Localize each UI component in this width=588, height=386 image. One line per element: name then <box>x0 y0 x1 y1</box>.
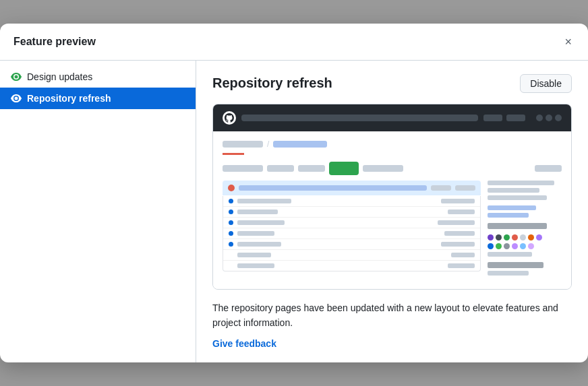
mock-file-row <box>223 196 480 207</box>
mock-tab-underline <box>223 153 244 155</box>
give-feedback-link[interactable]: Give feedback <box>212 338 276 349</box>
mock-stat-green <box>329 162 359 175</box>
mock-breadcrumb: / <box>223 139 562 149</box>
mock-circle-dot <box>228 185 235 191</box>
mock-file-row <box>223 228 480 239</box>
mock-nav-dot-1 <box>483 115 502 121</box>
mock-file-header <box>223 181 481 195</box>
mock-nav-items <box>483 115 525 121</box>
mock-crumb-1 <box>223 141 263 148</box>
mock-crumb-2 <box>273 141 327 148</box>
mock-file-list <box>223 196 481 271</box>
modal-header: Feature preview × <box>0 24 588 61</box>
content-title: Repository refresh <box>212 75 332 91</box>
feature-description: The repository pages have been updated w… <box>212 300 572 331</box>
mock-file-row <box>223 239 480 250</box>
mock-sidebar-right <box>488 181 562 281</box>
mock-file-row <box>223 250 480 261</box>
mock-slash: / <box>267 139 269 149</box>
mock-file-row <box>223 218 480 228</box>
sidebar-item-repository-refresh-label: Repository refresh <box>27 93 111 104</box>
mock-window-dots <box>536 115 562 121</box>
mock-files-area <box>223 181 481 281</box>
eye-icon <box>11 71 22 82</box>
modal-title: Feature preview <box>13 36 96 48</box>
sidebar-item-design-updates[interactable]: Design updates <box>0 66 196 88</box>
content-header: Repository refresh Disable <box>212 74 572 93</box>
mock-file-header-sm-1 <box>431 185 451 191</box>
mock-main-section <box>223 181 562 281</box>
mock-file-header-sm-2 <box>455 185 475 191</box>
mock-nav-dot-2 <box>506 115 525 121</box>
mock-stat-4 <box>363 165 403 172</box>
eye-icon-active <box>11 93 22 104</box>
modal-body: Design updates Repository refresh Reposi… <box>0 61 588 363</box>
sidebar-item-design-updates-label: Design updates <box>27 71 92 82</box>
mock-page-content: / <box>213 131 571 289</box>
mock-url-bar <box>241 115 478 121</box>
preview-image: / <box>212 104 572 290</box>
mock-stat-2 <box>267 165 294 172</box>
feature-preview-modal: Feature preview × Design updates Reposit… <box>0 24 588 363</box>
mock-window-dot-3 <box>555 115 562 121</box>
disable-button[interactable]: Disable <box>520 74 572 93</box>
mock-stat-5 <box>535 165 562 172</box>
sidebar-item-repository-refresh[interactable]: Repository refresh <box>0 88 196 109</box>
mock-file-row <box>223 207 480 218</box>
mock-stat-3 <box>298 165 325 172</box>
mock-stat-1 <box>223 165 263 172</box>
mock-file-header-bar <box>239 185 427 191</box>
mock-window-dot-2 <box>546 115 552 121</box>
mock-file-row <box>223 261 480 271</box>
mock-color-dots-row1 <box>488 234 562 240</box>
close-button[interactable]: × <box>562 34 575 49</box>
mock-color-dots-row2 <box>488 243 562 249</box>
mock-github-logo <box>223 111 236 125</box>
mock-browser-bar <box>213 104 571 131</box>
sidebar: Design updates Repository refresh <box>0 61 196 363</box>
mock-window-dot-1 <box>536 115 543 121</box>
mock-stats-row <box>223 162 562 175</box>
content-panel: Repository refresh Disable <box>196 61 588 363</box>
